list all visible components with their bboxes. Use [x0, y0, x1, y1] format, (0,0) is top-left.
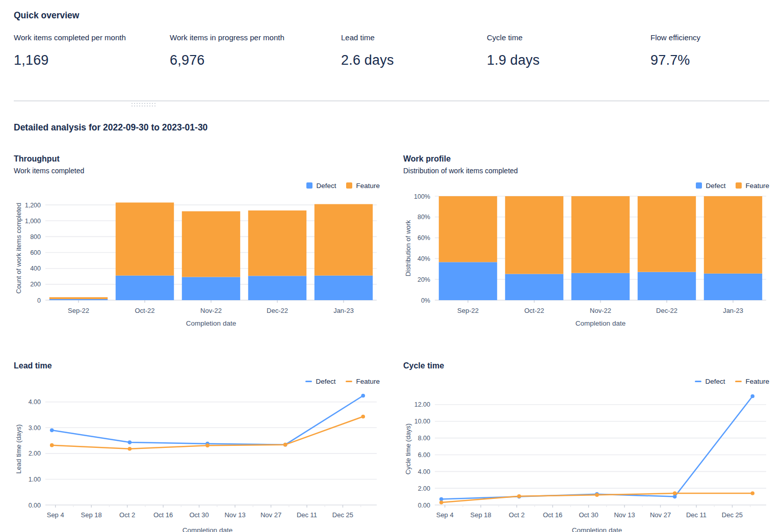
chart-legend: Defect Feature	[403, 181, 769, 190]
x-axis-tick-label: Sep-22	[68, 307, 89, 314]
feature-swatch-icon	[736, 182, 742, 189]
legend-item-defect[interactable]: Defect	[695, 378, 725, 385]
legend-item-defect[interactable]: Defect	[696, 182, 725, 190]
y-axis-tick-label: 0.00	[418, 502, 430, 509]
legend-item-defect[interactable]: Defect	[306, 182, 336, 190]
y-axis-title: Lead time (days)	[15, 424, 22, 474]
metric-work-items-in-progress: Work items in progress per month 6,976	[170, 33, 284, 68]
feature-line-swatch-icon	[346, 381, 352, 382]
bar-segment-defect	[571, 273, 630, 300]
metric-value: 97.7%	[650, 52, 700, 68]
throughput-chart-card: Throughput Work items completed Defect F…	[14, 154, 380, 330]
legend-label: Defect	[705, 378, 725, 385]
y-axis-tick-label: 1.00	[29, 476, 41, 483]
x-axis-tick-label: Dec 25	[722, 511, 743, 519]
bar-segment-feature	[571, 196, 630, 273]
feature-swatch-icon	[346, 182, 352, 189]
x-axis-title: Completion date	[576, 320, 625, 327]
legend-item-defect[interactable]: Defect	[305, 378, 335, 385]
metric-cycle-time: Cycle time 1.9 days	[487, 33, 540, 68]
y-axis-tick-label: 8.00	[418, 435, 430, 442]
legend-label: Feature	[745, 378, 769, 385]
legend-item-feature[interactable]: Feature	[736, 182, 769, 190]
cycle-time-line-chart: 2.004.006.008.0010.0012.000.00Sep 4Sep 1…	[403, 388, 766, 532]
legend-label: Defect	[706, 182, 725, 190]
y-axis-tick-label: 60%	[417, 234, 430, 242]
y-axis-tick-label: 12.00	[414, 401, 430, 408]
y-axis-tick-label: 6.00	[418, 451, 430, 459]
legend-label: Feature	[356, 182, 380, 190]
y-axis-tick-label: 0	[37, 297, 41, 304]
section-divider	[14, 100, 769, 112]
x-axis-tick-label: Dec 25	[332, 511, 353, 519]
y-axis-tick-label: 20%	[417, 276, 430, 283]
legend-item-feature[interactable]: Feature	[735, 378, 769, 385]
bar-segment-defect	[248, 276, 306, 300]
chart-legend: Defect Feature	[14, 181, 380, 190]
chart-subtitle: Distribution of work items completed	[403, 167, 769, 175]
x-axis-tick-label: Nov 13	[614, 511, 635, 519]
throughput-stacked-bar-chart: 02004006008001,0001,200Sep-22Oct-22Nov-2…	[14, 192, 377, 330]
x-axis-tick-label: Nov 13	[224, 511, 245, 519]
cycle-time-chart-card: Cycle time Defect Feature 2.004.006.008.…	[403, 361, 769, 532]
bar-segment-defect	[704, 274, 762, 300]
metric-value: 6,976	[170, 52, 284, 68]
y-axis-tick-label: 80%	[417, 214, 430, 221]
x-axis-tick-label: Oct 30	[579, 511, 598, 519]
feature-line-swatch-icon	[735, 381, 742, 382]
data-point-feature	[673, 491, 677, 495]
resize-drag-handle-icon[interactable]	[132, 103, 155, 107]
line-series-defect	[441, 396, 753, 499]
chart-legend: Defect Feature	[14, 377, 380, 386]
metric-value: 1.9 days	[487, 52, 540, 68]
y-axis-tick-label: 1,000	[25, 218, 41, 225]
quick-overview-metrics: Work items completed per month 1,169 Wor…	[14, 33, 769, 92]
x-axis-tick-label: Nov 27	[650, 511, 671, 519]
y-axis-tick-label: 600	[30, 249, 41, 256]
bar-segment-defect	[116, 276, 174, 300]
data-point-defect	[361, 394, 365, 398]
quick-overview-title: Quick overview	[14, 10, 769, 21]
x-axis-tick-label: Dec 11	[297, 511, 317, 519]
x-axis-tick-label: Oct 16	[543, 511, 562, 519]
lead-time-line-chart: 1.002.003.004.000.00Sep 4Sep 18Oct 2Oct …	[14, 388, 377, 532]
x-axis-tick-label: Dec 11	[686, 511, 707, 519]
metric-label: Work items in progress per month	[170, 33, 284, 42]
y-axis-tick-label: 400	[30, 265, 41, 272]
legend-item-feature[interactable]: Feature	[346, 378, 380, 385]
legend-label: Feature	[745, 182, 769, 190]
bar-segment-feature	[505, 196, 563, 274]
data-point-feature	[595, 493, 599, 497]
data-point-defect	[673, 495, 677, 499]
metric-work-items-completed: Work items completed per month 1,169	[14, 33, 126, 68]
x-axis-title: Completion date	[572, 526, 622, 532]
data-point-feature	[205, 443, 210, 447]
data-point-defect	[439, 497, 443, 501]
defect-swatch-icon	[696, 182, 702, 189]
bar-segment-feature	[116, 202, 174, 275]
metric-label: Cycle time	[487, 33, 540, 42]
data-point-defect	[50, 429, 54, 433]
bar-segment-feature	[248, 210, 306, 276]
chart-legend: Defect Feature	[403, 377, 769, 386]
divider-line	[14, 100, 769, 101]
bar-segment-defect	[638, 272, 696, 300]
lead-time-chart-card: Lead time Defect Feature 1.002.003.004.0…	[14, 361, 380, 532]
defect-swatch-icon	[306, 182, 312, 189]
x-axis-tick-label: Sep 18	[471, 511, 491, 519]
defect-line-swatch-icon	[695, 381, 701, 382]
dashboard-page: Quick overview Work items completed per …	[0, 0, 783, 532]
metric-label: Lead time	[341, 33, 394, 42]
x-axis-tick-label: Oct 2	[119, 511, 135, 519]
bar-segment-feature	[49, 297, 108, 299]
y-axis-tick-label: 3.00	[29, 424, 41, 432]
x-axis-tick-label: Nov-22	[590, 307, 611, 314]
data-point-feature	[128, 447, 132, 451]
data-point-feature	[361, 415, 365, 419]
y-axis-title: Count of work items completed	[15, 203, 22, 294]
data-point-feature	[439, 500, 443, 504]
legend-item-feature[interactable]: Feature	[346, 182, 380, 190]
data-point-feature	[283, 443, 288, 447]
y-axis-title: Distribution of work	[404, 220, 412, 276]
bar-segment-feature	[182, 211, 240, 277]
